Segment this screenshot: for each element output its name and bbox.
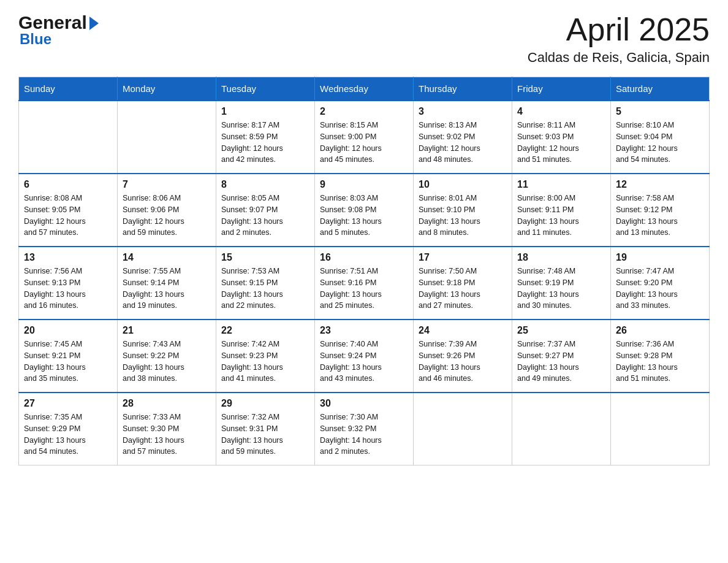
calendar-cell-w3-d2: 14Sunrise: 7:55 AM Sunset: 9:14 PM Dayli… — [118, 247, 216, 320]
day-info: Sunrise: 8:03 AM Sunset: 9:08 PM Dayligh… — [320, 193, 408, 239]
logo-blue-text: Blue — [20, 31, 51, 48]
calendar-cell-w5-d1: 27Sunrise: 7:35 AM Sunset: 9:29 PM Dayli… — [19, 393, 118, 465]
day-number: 14 — [123, 252, 211, 263]
day-info: Sunrise: 7:47 AM Sunset: 9:20 PM Dayligh… — [616, 266, 704, 312]
logo[interactable]: General Blue — [18, 12, 99, 48]
header-wednesday: Wednesday — [315, 77, 414, 101]
day-number: 2 — [320, 106, 408, 117]
calendar-week-4: 20Sunrise: 7:45 AM Sunset: 9:21 PM Dayli… — [19, 320, 710, 393]
day-info: Sunrise: 7:32 AM Sunset: 9:31 PM Dayligh… — [221, 412, 309, 458]
day-number: 3 — [419, 106, 507, 117]
day-info: Sunrise: 7:39 AM Sunset: 9:26 PM Dayligh… — [419, 339, 507, 385]
calendar-cell-w5-d4: 30Sunrise: 7:30 AM Sunset: 9:32 PM Dayli… — [315, 393, 414, 465]
day-number: 6 — [24, 179, 112, 190]
calendar-week-2: 6Sunrise: 8:08 AM Sunset: 9:05 PM Daylig… — [19, 174, 710, 247]
calendar-cell-w2-d6: 11Sunrise: 8:00 AM Sunset: 9:11 PM Dayli… — [512, 174, 611, 247]
day-info: Sunrise: 8:00 AM Sunset: 9:11 PM Dayligh… — [517, 193, 605, 239]
location-subtitle: Caldas de Reis, Galicia, Spain — [528, 50, 710, 66]
title-section: April 2025 Caldas de Reis, Galicia, Spai… — [528, 12, 710, 66]
calendar-cell-w5-d7 — [611, 393, 710, 465]
header-monday: Monday — [118, 77, 216, 101]
day-number: 19 — [616, 252, 704, 263]
calendar-cell-w1-d3: 1Sunrise: 8:17 AM Sunset: 8:59 PM Daylig… — [216, 101, 315, 174]
header-saturday: Saturday — [611, 77, 710, 101]
day-info: Sunrise: 7:30 AM Sunset: 9:32 PM Dayligh… — [320, 412, 408, 458]
day-number: 1 — [221, 106, 309, 117]
day-number: 5 — [616, 106, 704, 117]
calendar-cell-w2-d4: 9Sunrise: 8:03 AM Sunset: 9:08 PM Daylig… — [315, 174, 414, 247]
calendar-cell-w4-d6: 25Sunrise: 7:37 AM Sunset: 9:27 PM Dayli… — [512, 320, 611, 393]
day-info: Sunrise: 8:06 AM Sunset: 9:06 PM Dayligh… — [123, 193, 211, 239]
day-info: Sunrise: 7:33 AM Sunset: 9:30 PM Dayligh… — [123, 412, 211, 458]
day-number: 28 — [123, 398, 211, 409]
day-info: Sunrise: 7:50 AM Sunset: 9:18 PM Dayligh… — [419, 266, 507, 312]
day-number: 8 — [221, 179, 309, 190]
logo-general-text: General — [18, 12, 87, 33]
calendar-cell-w5-d5 — [414, 393, 512, 465]
day-number: 26 — [616, 325, 704, 336]
calendar-cell-w4-d5: 24Sunrise: 7:39 AM Sunset: 9:26 PM Dayli… — [414, 320, 512, 393]
calendar-cell-w3-d3: 15Sunrise: 7:53 AM Sunset: 9:15 PM Dayli… — [216, 247, 315, 320]
calendar-cell-w1-d1 — [19, 101, 118, 174]
calendar-cell-w4-d7: 26Sunrise: 7:36 AM Sunset: 9:28 PM Dayli… — [611, 320, 710, 393]
calendar-week-5: 27Sunrise: 7:35 AM Sunset: 9:29 PM Dayli… — [19, 393, 710, 465]
calendar-cell-w5-d2: 28Sunrise: 7:33 AM Sunset: 9:30 PM Dayli… — [118, 393, 216, 465]
day-number: 21 — [123, 325, 211, 336]
calendar-cell-w1-d6: 4Sunrise: 8:11 AM Sunset: 9:03 PM Daylig… — [512, 101, 611, 174]
day-info: Sunrise: 7:45 AM Sunset: 9:21 PM Dayligh… — [24, 339, 112, 385]
calendar-cell-w2-d2: 7Sunrise: 8:06 AM Sunset: 9:06 PM Daylig… — [118, 174, 216, 247]
calendar-cell-w3-d5: 17Sunrise: 7:50 AM Sunset: 9:18 PM Dayli… — [414, 247, 512, 320]
calendar-cell-w2-d5: 10Sunrise: 8:01 AM Sunset: 9:10 PM Dayli… — [414, 174, 512, 247]
day-info: Sunrise: 7:51 AM Sunset: 9:16 PM Dayligh… — [320, 266, 408, 312]
day-info: Sunrise: 7:42 AM Sunset: 9:23 PM Dayligh… — [221, 339, 309, 385]
day-info: Sunrise: 7:37 AM Sunset: 9:27 PM Dayligh… — [517, 339, 605, 385]
day-number: 29 — [221, 398, 309, 409]
day-info: Sunrise: 7:36 AM Sunset: 9:28 PM Dayligh… — [616, 339, 704, 385]
calendar-cell-w1-d5: 3Sunrise: 8:13 AM Sunset: 9:02 PM Daylig… — [414, 101, 512, 174]
day-number: 11 — [517, 179, 605, 190]
calendar-cell-w5-d6 — [512, 393, 611, 465]
calendar-cell-w5-d3: 29Sunrise: 7:32 AM Sunset: 9:31 PM Dayli… — [216, 393, 315, 465]
calendar-header-row: Sunday Monday Tuesday Wednesday Thursday… — [19, 77, 710, 101]
day-info: Sunrise: 7:55 AM Sunset: 9:14 PM Dayligh… — [123, 266, 211, 312]
day-info: Sunrise: 8:01 AM Sunset: 9:10 PM Dayligh… — [419, 193, 507, 239]
calendar-cell-w4-d2: 21Sunrise: 7:43 AM Sunset: 9:22 PM Dayli… — [118, 320, 216, 393]
page-header: General Blue April 2025 Caldas de Reis, … — [18, 12, 710, 66]
day-number: 22 — [221, 325, 309, 336]
day-info: Sunrise: 8:17 AM Sunset: 8:59 PM Dayligh… — [221, 120, 309, 166]
calendar-cell-w3-d7: 19Sunrise: 7:47 AM Sunset: 9:20 PM Dayli… — [611, 247, 710, 320]
day-info: Sunrise: 7:35 AM Sunset: 9:29 PM Dayligh… — [24, 412, 112, 458]
header-thursday: Thursday — [414, 77, 512, 101]
calendar-cell-w2-d1: 6Sunrise: 8:08 AM Sunset: 9:05 PM Daylig… — [19, 174, 118, 247]
day-info: Sunrise: 7:53 AM Sunset: 9:15 PM Dayligh… — [221, 266, 309, 312]
header-friday: Friday — [512, 77, 611, 101]
calendar-cell-w1-d7: 5Sunrise: 8:10 AM Sunset: 9:04 PM Daylig… — [611, 101, 710, 174]
day-number: 27 — [24, 398, 112, 409]
day-number: 30 — [320, 398, 408, 409]
day-number: 7 — [123, 179, 211, 190]
day-number: 4 — [517, 106, 605, 117]
calendar-title: April 2025 — [528, 12, 710, 47]
calendar-cell-w3-d4: 16Sunrise: 7:51 AM Sunset: 9:16 PM Dayli… — [315, 247, 414, 320]
day-info: Sunrise: 8:10 AM Sunset: 9:04 PM Dayligh… — [616, 120, 704, 166]
calendar-cell-w4-d1: 20Sunrise: 7:45 AM Sunset: 9:21 PM Dayli… — [19, 320, 118, 393]
calendar-cell-w1-d4: 2Sunrise: 8:15 AM Sunset: 9:00 PM Daylig… — [315, 101, 414, 174]
day-number: 18 — [517, 252, 605, 263]
day-info: Sunrise: 7:58 AM Sunset: 9:12 PM Dayligh… — [616, 193, 704, 239]
calendar-cell-w2-d7: 12Sunrise: 7:58 AM Sunset: 9:12 PM Dayli… — [611, 174, 710, 247]
calendar-cell-w3-d6: 18Sunrise: 7:48 AM Sunset: 9:19 PM Dayli… — [512, 247, 611, 320]
day-number: 9 — [320, 179, 408, 190]
calendar-week-1: 1Sunrise: 8:17 AM Sunset: 8:59 PM Daylig… — [19, 101, 710, 174]
day-info: Sunrise: 7:43 AM Sunset: 9:22 PM Dayligh… — [123, 339, 211, 385]
day-number: 15 — [221, 252, 309, 263]
day-info: Sunrise: 8:11 AM Sunset: 9:03 PM Dayligh… — [517, 120, 605, 166]
day-info: Sunrise: 8:08 AM Sunset: 9:05 PM Dayligh… — [24, 193, 112, 239]
calendar-cell-w3-d1: 13Sunrise: 7:56 AM Sunset: 9:13 PM Dayli… — [19, 247, 118, 320]
calendar-cell-w4-d3: 22Sunrise: 7:42 AM Sunset: 9:23 PM Dayli… — [216, 320, 315, 393]
day-number: 17 — [419, 252, 507, 263]
day-info: Sunrise: 8:15 AM Sunset: 9:00 PM Dayligh… — [320, 120, 408, 166]
day-number: 12 — [616, 179, 704, 190]
logo-arrow-icon — [89, 17, 99, 30]
header-tuesday: Tuesday — [216, 77, 315, 101]
calendar-table: Sunday Monday Tuesday Wednesday Thursday… — [18, 77, 710, 465]
